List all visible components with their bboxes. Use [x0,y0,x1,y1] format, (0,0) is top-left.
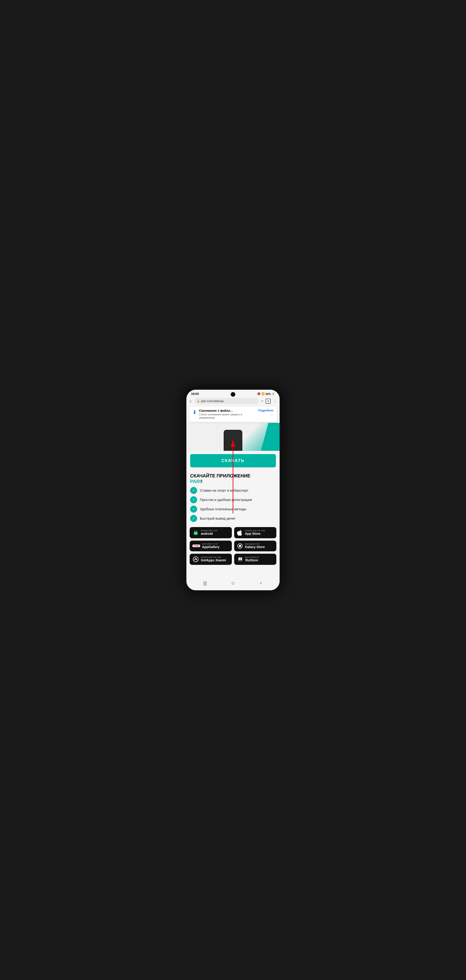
url-text: pari.ru/mobile/ap [201,399,223,403]
download-button[interactable]: СКАЧАТЬ [190,454,276,468]
xiaomi-store-button[interactable]: Download on the GetApps Xiaomi [190,554,232,565]
check-icon-3: ✓ [190,506,197,512]
feature-list: ✓ Ставки на спорт и киберспорт ✓ Простая… [190,487,276,522]
feature-text-4: Быстрый вывод денег [200,516,236,520]
check-icon-2: ✓ [190,496,197,503]
status-time: 19:03 [191,392,199,396]
huawei-icon: HUAWEI [192,544,200,547]
svg-rect-12 [239,558,240,560]
store-grid: Download for android Download on the [186,523,280,569]
features-title-line1: СКАЧАЙТЕ ПРИЛОЖЕНИЕ [190,473,250,478]
download-icon: ⬇ [192,409,197,415]
galaxy-icon [237,543,243,549]
xiaomi-icon [192,556,199,563]
rustore-button[interactable]: Доступно в RuStore [234,554,276,565]
tab-count-button[interactable]: 3 [266,399,271,404]
mute-icon: 🔇 [257,392,260,395]
android-store-button[interactable]: Download for android [190,527,232,538]
svg-point-8 [239,545,241,547]
android-icon [192,530,199,536]
features-title: СКАЧАЙТЕ ПРИЛОЖЕНИЕ PARI! [190,473,276,484]
appstore-label: Download on the App Store [245,530,265,536]
home-button[interactable]: ⌂ [189,399,192,404]
nav-bar: ||| ○ ‹ [186,577,280,590]
svg-rect-2 [194,532,198,535]
feature-text-1: Ставки на спорт и киберспорт [200,488,248,492]
features-brand: PARI [190,479,201,484]
feature-text-2: Простая и удобная регистрация [200,498,252,502]
check-icon-1: ✓ [190,487,197,494]
galaxy-store-label: Available on Galaxy Store [245,543,265,549]
xiaomi-store-label: Download on the GetApps Xiaomi [201,556,226,562]
phone-mockup [223,430,243,451]
galaxy-store-sub: Available on [245,543,265,545]
notification-actions: Подробнее ... [258,409,274,416]
xiaomi-store-sub: Download on the [201,556,226,558]
notification-more-link[interactable]: Подробнее [258,409,274,412]
android-store-label: Download for android [201,530,218,536]
svg-rect-13 [241,558,242,560]
huawei-badge: HUAWEI [192,544,200,547]
page-content: СКАЧАТЬ СКАЧАЙТЕ ПРИЛОЖЕНИЕ PARI! ✓ Став… [186,423,280,577]
apple-icon [237,530,243,536]
check-icon-4: ✓ [190,515,197,522]
notification-title: Скачивание 1 файла… [199,409,256,412]
xiaomi-store-name: GetApps Xiaomi [201,558,226,562]
phone-screen: 19:03 🔇 📶 62% 🔋 ⌂ 🔒 pari.ru/mobile/ap + … [186,390,280,590]
appgallery-button[interactable]: HUAWEI EXPLORE IT ON AppGallery [190,541,232,551]
back-nav-button[interactable]: ‹ [256,579,266,587]
features-suffix: ! [201,479,203,484]
feature-text-3: Удобные платежные методы [200,507,246,511]
hero-image [186,423,280,451]
appgallery-sub: EXPLORE IT ON [202,543,219,545]
lock-icon: 🔒 [197,400,200,402]
wifi-icon: 📶 [262,392,265,395]
home-nav-button[interactable]: ○ [228,579,238,587]
rustore-icon [237,556,244,563]
rustore-label: Доступно в RuStore [245,556,258,562]
feature-item-3: ✓ Удобные платежные методы [190,506,276,512]
add-tab-button[interactable]: + [261,399,263,403]
battery-indicator: 62% [266,393,271,395]
battery-icon: 🔋 [272,392,275,395]
notification-text: Скачивание 1 файла… Статус скачивания мо… [199,409,256,420]
address-bar[interactable]: 🔒 pari.ru/mobile/ap [194,398,259,404]
android-store-name: android [201,532,218,536]
appgallery-label: EXPLORE IT ON AppGallery [202,543,219,549]
teal-decoration [261,423,280,451]
recent-apps-button[interactable]: ||| [200,579,210,587]
feature-item-4: ✓ Быстрый вывод денег [190,515,276,522]
browser-actions: + 3 ⋮ [261,399,277,404]
mockup-screen [224,431,242,451]
appstore-sub: Download on the [245,530,265,532]
browser-bar: ⌂ 🔒 pari.ru/mobile/ap + 3 ⋮ [186,396,280,406]
appstore-button[interactable]: Download on the App Store [234,527,276,538]
camera-notch [231,392,235,397]
more-button[interactable]: ⋮ [273,399,277,403]
feature-item-2: ✓ Простая и удобная регистрация [190,496,276,503]
download-notification: ⬇ Скачивание 1 файла… Статус скачивания … [189,407,277,422]
rustore-name: RuStore [245,558,258,562]
phone-frame: 19:03 🔇 📶 62% 🔋 ⌂ 🔒 pari.ru/mobile/ap + … [184,387,282,593]
galaxy-store-button[interactable]: Available on Galaxy Store [234,541,276,551]
appstore-name: App Store [245,532,265,536]
feature-item-1: ✓ Ставки на спорт и киберспорт [190,487,276,494]
status-icons: 🔇 📶 62% 🔋 [257,392,275,395]
features-section: СКАЧАЙТЕ ПРИЛОЖЕНИЕ PARI! ✓ Ставки на сп… [186,471,280,523]
android-store-sub: Download for [201,530,218,532]
notification-dots[interactable]: ... [258,412,274,416]
appgallery-name: AppGallery [202,545,219,549]
rustore-sub: Доступно в [245,556,258,558]
galaxy-store-name: Galaxy Store [245,545,265,549]
svg-rect-14 [239,558,242,558]
notification-subtitle: Статус скачивания можно увидеть в уведом… [199,413,256,420]
